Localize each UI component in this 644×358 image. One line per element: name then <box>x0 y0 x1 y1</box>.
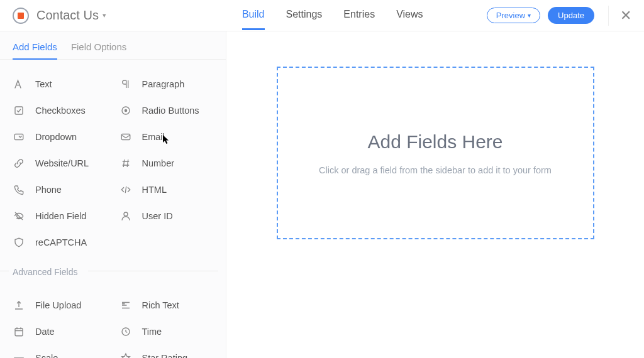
field-label: Text <box>35 79 52 89</box>
field-type-radio-buttons[interactable]: Radio Buttons <box>119 97 226 124</box>
date-icon <box>13 325 25 338</box>
field-type-recaptcha[interactable]: reCAPTCHA <box>13 229 119 256</box>
captcha-icon <box>13 236 25 249</box>
field-label: Rich Text <box>142 300 179 310</box>
preview-button[interactable]: Preview ▾ <box>487 8 540 23</box>
dropdown-icon <box>13 131 25 143</box>
phone-icon <box>13 183 25 196</box>
url-icon <box>13 157 25 170</box>
form-title-dropdown[interactable]: Contact Us ▾ <box>36 8 106 23</box>
field-type-dropdown[interactable]: Dropdown <box>13 124 119 150</box>
tab-build[interactable]: Build <box>242 1 265 30</box>
field-type-scale[interactable]: Scale <box>13 345 119 358</box>
field-label: Checkboxes <box>35 106 86 116</box>
tab-views[interactable]: Views <box>396 1 423 30</box>
sidebar: Add Fields Field Options TextParagraphCh… <box>0 31 226 358</box>
field-type-email[interactable]: Email <box>119 124 226 150</box>
field-label: Number <box>142 158 175 168</box>
field-label: Date <box>35 327 55 337</box>
svg-rect-4 <box>121 134 130 140</box>
field-type-paragraph[interactable]: Paragraph <box>119 71 226 97</box>
upload-icon <box>13 299 25 312</box>
field-type-html[interactable]: HTML <box>119 176 226 203</box>
checkbox-icon <box>13 104 25 117</box>
star-icon <box>119 352 132 358</box>
update-button[interactable]: Update <box>548 7 594 24</box>
field-label: Radio Buttons <box>142 106 199 116</box>
field-type-star-rating[interactable]: Star Rating <box>119 345 226 358</box>
richtext-icon <box>119 299 132 312</box>
close-icon[interactable]: ✕ <box>608 6 631 26</box>
field-type-file-upload[interactable]: File Upload <box>13 292 119 318</box>
sidebar-tab-field-options[interactable]: Field Options <box>71 41 126 60</box>
chevron-down-icon: ▾ <box>103 11 106 19</box>
field-label: Phone <box>35 185 62 195</box>
tab-entries[interactable]: Entries <box>343 1 375 30</box>
text-icon <box>13 78 25 90</box>
svg-point-5 <box>124 212 128 216</box>
paragraph-icon <box>119 78 132 90</box>
radio-icon <box>119 104 132 117</box>
field-label: Hidden Field <box>35 211 86 221</box>
app-logo <box>13 8 29 24</box>
email-icon <box>119 131 132 143</box>
field-type-date[interactable]: Date <box>13 318 119 345</box>
field-label: Email <box>142 132 165 142</box>
svg-rect-6 <box>15 328 23 336</box>
field-type-website-url[interactable]: Website/URL <box>13 150 119 176</box>
html-icon <box>119 183 132 196</box>
hidden-icon <box>13 210 25 222</box>
svg-rect-3 <box>14 134 23 140</box>
field-type-text[interactable]: Text <box>13 71 119 97</box>
time-icon <box>119 325 132 338</box>
field-label: HTML <box>142 185 167 195</box>
chevron-down-icon: ▾ <box>528 12 531 19</box>
svg-rect-0 <box>15 107 23 114</box>
field-type-checkboxes[interactable]: Checkboxes <box>13 97 119 124</box>
field-label: Website/URL <box>35 158 89 168</box>
field-label: Scale <box>35 353 58 358</box>
field-type-user-id[interactable]: User ID <box>119 203 226 229</box>
field-label: Time <box>142 327 162 337</box>
field-type-rich-text[interactable]: Rich Text <box>119 292 226 318</box>
tab-settings[interactable]: Settings <box>286 1 323 30</box>
field-label: User ID <box>142 211 173 221</box>
form-title-text: Contact Us <box>36 8 99 23</box>
field-type-hidden-field[interactable]: Hidden Field <box>13 203 119 229</box>
field-type-phone[interactable]: Phone <box>13 176 119 203</box>
field-label: Star Rating <box>142 353 188 358</box>
advanced-fields-header: Advanced Fields <box>0 261 226 281</box>
field-type-number[interactable]: Number <box>119 150 226 176</box>
user-icon <box>119 210 132 222</box>
svg-point-2 <box>124 109 127 112</box>
dropzone-subtitle: Click or drag a field from the sidebar t… <box>319 165 552 175</box>
sidebar-tab-add-fields[interactable]: Add Fields <box>13 41 57 60</box>
field-label: reCAPTCHA <box>35 237 87 247</box>
scale-icon <box>13 352 25 358</box>
field-label: Paragraph <box>142 79 185 89</box>
field-label: File Upload <box>35 300 81 310</box>
field-type-time[interactable]: Time <box>119 318 226 345</box>
number-icon <box>119 157 132 170</box>
dropzone-title: Add Fields Here <box>367 131 502 153</box>
field-label: Dropdown <box>35 132 77 142</box>
form-dropzone[interactable]: Add Fields Here Click or drag a field fr… <box>277 67 594 239</box>
